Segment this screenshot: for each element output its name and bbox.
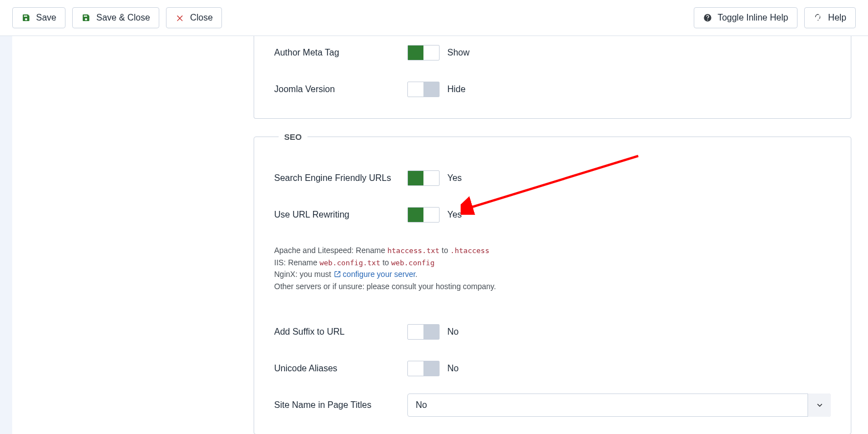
row-author-meta: Author Meta Tag Show bbox=[274, 39, 831, 66]
row-joomla-version: Joomla Version Hide bbox=[274, 76, 831, 103]
toolbar: Save Save & Close Close Toggle Inline He… bbox=[0, 0, 868, 36]
row-sitename-titles: Site Name in Page Titles No bbox=[274, 392, 831, 418]
configure-server-link[interactable]: configure your server bbox=[334, 270, 416, 279]
label-sef-urls: Search Engine Friendly URLs bbox=[274, 173, 407, 183]
external-link-icon bbox=[334, 270, 341, 278]
value-add-suffix: No bbox=[447, 327, 458, 337]
label-unicode-aliases: Unicode Aliases bbox=[274, 364, 407, 374]
sidebar bbox=[12, 36, 231, 434]
help-label: Help bbox=[828, 13, 846, 23]
row-add-suffix: Add Suffix to URL No bbox=[274, 319, 831, 345]
select-sitename-titles[interactable]: No bbox=[407, 393, 831, 417]
rewrite-help-text: Apache and Litespeed: Rename htaccess.tx… bbox=[274, 245, 831, 293]
label-joomla-version: Joomla Version bbox=[274, 84, 407, 94]
value-sef-urls: Yes bbox=[447, 173, 462, 183]
label-add-suffix: Add Suffix to URL bbox=[274, 327, 407, 337]
close-button[interactable]: Close bbox=[166, 7, 222, 28]
save-close-label: Save & Close bbox=[96, 13, 150, 23]
save-button[interactable]: Save bbox=[12, 7, 65, 28]
toggle-inline-help-label: Toggle Inline Help bbox=[718, 13, 788, 23]
row-sef-urls: Search Engine Friendly URLs Yes bbox=[274, 165, 831, 191]
question-icon bbox=[814, 13, 822, 22]
row-url-rewriting: Use URL Rewriting Yes bbox=[274, 201, 831, 228]
toggle-joomla-version[interactable] bbox=[407, 82, 440, 97]
toggle-sef-urls[interactable] bbox=[407, 170, 440, 186]
label-url-rewriting: Use URL Rewriting bbox=[274, 210, 407, 220]
page-body: Author Meta Tag Show Joomla Version Hide… bbox=[0, 36, 868, 434]
value-author-meta: Show bbox=[447, 48, 470, 58]
close-label: Close bbox=[190, 13, 213, 23]
value-url-rewriting: Yes bbox=[447, 210, 462, 220]
close-icon bbox=[175, 13, 184, 22]
seo-group: SEO Search Engine Friendly URLs Yes Use … bbox=[254, 132, 851, 434]
save-icon bbox=[82, 13, 90, 22]
seo-legend: SEO bbox=[279, 132, 307, 142]
select-sitename-value: No bbox=[416, 400, 427, 410]
value-joomla-version: Hide bbox=[447, 84, 466, 94]
label-author-meta: Author Meta Tag bbox=[274, 48, 407, 58]
toggle-url-rewriting[interactable] bbox=[407, 207, 440, 223]
question-circle-icon bbox=[703, 13, 712, 22]
metadata-group: Author Meta Tag Show Joomla Version Hide bbox=[254, 36, 851, 119]
main-panel: Author Meta Tag Show Joomla Version Hide… bbox=[231, 36, 868, 434]
save-label: Save bbox=[36, 13, 56, 23]
save-icon bbox=[22, 13, 31, 22]
toggle-unicode-aliases[interactable] bbox=[407, 361, 440, 376]
row-unicode-aliases: Unicode Aliases No bbox=[274, 355, 831, 382]
label-sitename-titles: Site Name in Page Titles bbox=[274, 400, 407, 410]
help-button[interactable]: Help bbox=[804, 7, 856, 28]
toggle-add-suffix[interactable] bbox=[407, 324, 440, 340]
toggle-author-meta[interactable] bbox=[407, 45, 440, 60]
toggle-inline-help-button[interactable]: Toggle Inline Help bbox=[694, 7, 798, 28]
value-unicode-aliases: No bbox=[447, 364, 458, 374]
toolbar-right: Toggle Inline Help Help bbox=[694, 7, 856, 28]
save-close-button[interactable]: Save & Close bbox=[72, 7, 159, 28]
toolbar-left: Save Save & Close Close bbox=[12, 7, 222, 28]
